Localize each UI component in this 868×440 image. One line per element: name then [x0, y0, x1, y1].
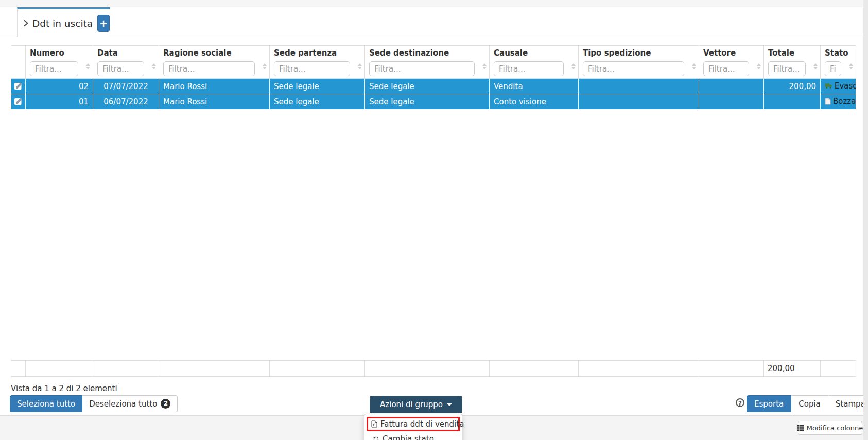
status-badge: Evaso [825, 81, 856, 91]
ddt-in-uscita-page: Ddt in uscita + Numero Data Ragione soci… [0, 0, 868, 440]
cell-causale: Vendita [490, 79, 579, 94]
edit-square-icon [14, 81, 23, 90]
filter-stato-input[interactable] [825, 61, 841, 76]
group-actions-menu: € Fattura ddt di vendita Cambia stato [364, 414, 462, 440]
file-icon [825, 98, 831, 105]
cell-ragione-sociale: Mario Rossi [159, 94, 270, 110]
column-header-vettore[interactable]: Vettore [699, 46, 764, 58]
filter-sede-destinazione-input[interactable] [369, 61, 475, 76]
edit-columns-label: Modifica colonne [807, 424, 863, 432]
truck-icon [825, 82, 832, 89]
edit-row-button[interactable] [11, 94, 26, 110]
edit-row-button[interactable] [11, 79, 26, 94]
filter-vettore-input[interactable] [703, 61, 749, 76]
select-all-button[interactable]: Seleziona tutto [10, 395, 82, 412]
status-text: Bozza [833, 97, 856, 106]
status-badge: Bozza [825, 97, 856, 106]
ddt-table: Numero Data Ragione sociale Sede partenz… [11, 45, 856, 110]
sort-arrows-icon[interactable] [813, 63, 818, 69]
filter-totale-input[interactable] [768, 61, 806, 76]
column-header-sede-destinazione[interactable]: Sede destinazione [365, 46, 490, 58]
cell-stato: Evaso [821, 79, 856, 94]
filter-ragione-sociale-input[interactable] [163, 61, 255, 76]
annotation-highlight: € Fattura ddt di vendita [367, 417, 460, 431]
cell-tipo-spedizione [579, 79, 699, 94]
export-button-group: Esporta Copia Stampa [747, 395, 868, 412]
tabbar-border [0, 37, 868, 37]
header-row: Numero Data Ragione sociale Sede partenz… [11, 46, 856, 58]
deselect-all-label: Deseleziona tutto [89, 399, 157, 409]
caret-down-icon [447, 403, 452, 406]
filter-tipo-spedizione-input[interactable] [583, 61, 684, 76]
page-title: Ddt in uscita [32, 18, 93, 29]
print-button[interactable]: Stampa [828, 395, 868, 412]
sort-arrows-icon[interactable] [756, 63, 761, 69]
table-row-selected[interactable]: 02 07/07/2022 Mario Rossi Sede legale Se… [11, 79, 856, 94]
selected-count-badge: 2 [161, 399, 170, 409]
sort-arrows-icon[interactable] [151, 63, 156, 69]
filter-cell-empty [11, 58, 26, 79]
selection-button-group: Seleziona tutto Deseleziona tutto 2 [10, 395, 178, 412]
results-summary: Vista da 1 a 2 di 2 elementi [11, 384, 117, 393]
column-header-causale[interactable]: Causale [490, 46, 579, 58]
copy-button[interactable]: Copia [791, 395, 828, 412]
filter-sede-partenza-input[interactable] [274, 61, 350, 76]
sort-arrows-icon[interactable] [85, 63, 90, 69]
sort-arrows-icon[interactable] [848, 63, 853, 69]
cell-totale: 200,00 [764, 79, 821, 94]
filter-row [11, 58, 856, 79]
menu-item-cambia-stato[interactable]: Cambia stato [372, 434, 462, 440]
cell-vettore [699, 79, 764, 94]
filter-data-input[interactable] [97, 61, 144, 76]
column-header-stato[interactable]: Stato [821, 46, 856, 58]
add-ddt-button[interactable]: + [97, 15, 110, 32]
edit-columns-button[interactable]: Modifica colonne [798, 421, 862, 435]
group-actions-label: Azioni di gruppo [380, 400, 443, 409]
sort-arrows-icon[interactable] [262, 63, 267, 69]
sort-arrows-icon[interactable] [691, 63, 696, 69]
tab-ddt-in-uscita[interactable]: Ddt in uscita + [17, 7, 110, 37]
sort-arrows-icon[interactable] [357, 63, 362, 69]
cell-sede-partenza: Sede legale [270, 79, 365, 94]
cell-stato: Bozza [821, 94, 856, 110]
column-header-numero[interactable]: Numero [26, 46, 93, 58]
status-text: Evaso [835, 81, 856, 91]
page-scrollbar[interactable] [863, 0, 868, 440]
edit-square-icon [14, 96, 23, 105]
column-header-totale[interactable]: Totale [764, 46, 821, 58]
cell-data: 06/07/2022 [93, 94, 159, 110]
cell-sede-destinazione: Sede legale [365, 94, 490, 110]
column-header-ragione-sociale[interactable]: Ragione sociale [159, 46, 270, 58]
chevron-right-icon [23, 19, 29, 27]
cell-data: 07/07/2022 [93, 79, 159, 94]
select-column-header [11, 46, 26, 58]
menu-item-label: Fattura ddt di vendita [380, 419, 464, 429]
column-header-sede-partenza[interactable]: Sede partenza [270, 46, 365, 58]
filter-causale-input[interactable] [494, 61, 564, 76]
cell-numero: 02 [26, 79, 93, 94]
cell-causale: Conto visione [490, 94, 579, 110]
menu-item-label: Cambia stato [383, 434, 434, 440]
menu-item-fattura-ddt[interactable]: € Fattura ddt di vendita [370, 419, 456, 429]
cell-tipo-spedizione [579, 94, 699, 110]
refresh-icon [373, 436, 379, 440]
group-actions-button[interactable]: Azioni di gruppo [370, 396, 462, 413]
total-sum: 200,00 [764, 361, 821, 377]
table-row-selected[interactable]: 01 06/07/2022 Mario Rossi Sede legale Se… [11, 94, 856, 110]
deselect-all-button[interactable]: Deseleziona tutto 2 [82, 395, 178, 412]
sort-arrows-icon[interactable] [482, 63, 487, 69]
column-header-tipo-spedizione[interactable]: Tipo spedizione [579, 46, 699, 58]
cell-vettore [699, 94, 764, 110]
cell-totale [764, 94, 821, 110]
svg-text:€: € [373, 423, 375, 427]
cell-numero: 01 [26, 94, 93, 110]
help-icon[interactable]: ? [736, 398, 744, 407]
columns-list-icon [797, 425, 804, 431]
export-button[interactable]: Esporta [747, 395, 791, 412]
cell-ragione-sociale: Mario Rossi [159, 79, 270, 94]
totals-row: 200,00 [11, 360, 856, 377]
sort-arrows-icon[interactable] [571, 63, 576, 69]
column-header-data[interactable]: Data [93, 46, 159, 58]
filter-numero-input[interactable] [30, 61, 78, 76]
cell-sede-destinazione: Sede legale [365, 79, 490, 94]
